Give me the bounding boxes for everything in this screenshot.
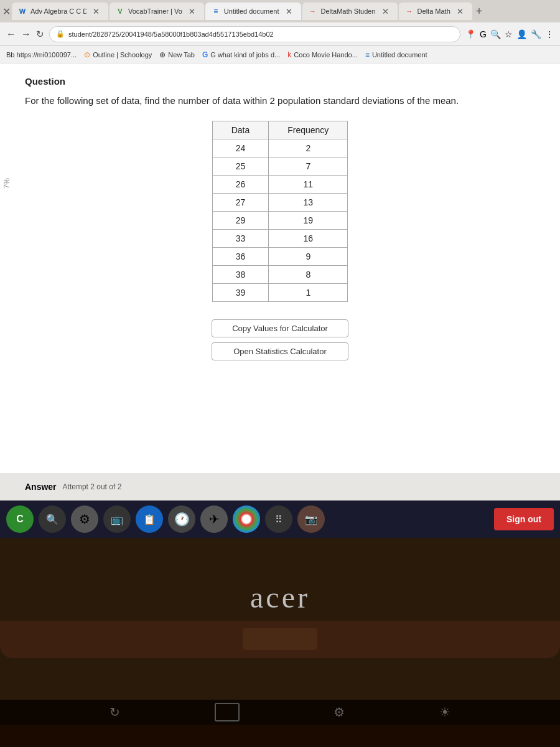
tab-close-4[interactable]: ✕ [380, 7, 391, 16]
reload-button[interactable]: ↻ [36, 29, 44, 40]
side-percentage: 7% [0, 176, 14, 191]
extension-icon[interactable]: 🔧 [531, 29, 541, 39]
freq-cell: 13 [269, 193, 348, 211]
table-row: 29 19 [212, 211, 348, 229]
bookmark-newtab[interactable]: ⊕ New Tab [159, 50, 195, 59]
forward-button[interactable]: → [21, 29, 31, 40]
col-header-data: Data [212, 121, 269, 139]
schoology-icon: ⊙ [84, 50, 90, 59]
doc-icon: ≡ [365, 50, 370, 59]
tab-close-1[interactable]: ✕ [90, 7, 102, 16]
freq-cell: 9 [269, 247, 348, 265]
browser-chrome: ✕ W Adv Algebra C C D ✕ V VocabTrainer |… [0, 0, 560, 63]
bookmark-label-1: Bb https://mi0100097... [6, 51, 77, 59]
tab-close-5[interactable]: ✕ [454, 7, 466, 16]
k-icon: k [287, 50, 291, 59]
main-content: 7% Question For the following set of dat… [0, 63, 560, 473]
data-cell: 39 [212, 283, 269, 301]
attempt-label: Attempt 2 out of 2 [63, 482, 122, 491]
data-cell: 33 [212, 229, 269, 247]
tab-close-2[interactable]: ✕ [186, 7, 198, 16]
taskbar-icon-grid[interactable]: ⠿ [265, 505, 292, 533]
bookmark-untitled[interactable]: ≡ Untitled document [365, 50, 427, 59]
freq-cell: 16 [269, 229, 348, 247]
bottom-bar: ↻ ⚙ ☀ [0, 700, 560, 725]
taskbar-icon-search[interactable]: 🔍 [39, 505, 66, 533]
tab-vocab-trainer[interactable]: V VocabTrainer | Vo ✕ [110, 2, 204, 20]
table-row: 24 2 [212, 139, 348, 157]
browser-icons: 📍 G 🔍 ☆ 👤 🔧 ⋮ [465, 29, 554, 39]
freq-cell: 1 [269, 283, 348, 301]
bookmark-label-3: New Tab [168, 51, 195, 59]
data-cell: 24 [212, 139, 269, 157]
location-icon[interactable]: 📍 [465, 29, 476, 39]
bookmarks-bar: Bb https://mi0100097... ⊙ Outline | Scho… [0, 46, 560, 63]
back-button[interactable]: ← [6, 29, 16, 40]
menu-icon[interactable]: ⋮ [545, 29, 554, 39]
freq-cell: 19 [269, 211, 348, 229]
google-icon[interactable]: G [480, 29, 487, 39]
tab-label-5: Delta Math [418, 7, 450, 15]
profile-icon[interactable]: 👤 [516, 29, 527, 39]
tab-label-1: Adv Algebra C C D [30, 7, 86, 15]
bookmark-coco[interactable]: k Coco Movie Hando... [287, 50, 358, 59]
bookmark-outline[interactable]: ⊙ Outline | Schoology [84, 50, 152, 59]
col-header-frequency: Frequency [269, 121, 348, 139]
tab-delta-math[interactable]: → Delta Math ✕ [399, 2, 472, 20]
tab-bar: ✕ W Adv Algebra C C D ✕ V VocabTrainer |… [0, 0, 560, 22]
taskbar-icon-c[interactable]: C [6, 505, 34, 533]
bookmark-jobs[interactable]: G G what kind of jobs d... [202, 50, 280, 59]
copy-values-button[interactable]: Copy Values for Calculator [212, 319, 348, 337]
taskbar-icon-arrow[interactable]: ✈ [200, 505, 228, 533]
tab-deltamath-student[interactable]: → DeltaMath Studen ✕ [302, 2, 398, 20]
taskbar-icon-docs[interactable]: 📋 [136, 505, 163, 533]
table-row: 25 7 [212, 157, 348, 175]
bookmark-bb[interactable]: Bb https://mi0100097... [6, 51, 77, 59]
tab-label-2: VocabTrainer | Vo [128, 7, 182, 15]
taskbar-icon-apps[interactable]: ⚙ [71, 505, 98, 533]
tab-favicon-1: W [18, 7, 27, 16]
address-input[interactable]: 🔒 student/2828725/20041948/5a58000f1b803… [49, 26, 460, 42]
taskbar: C 🔍 ⚙ 📺 📋 🕐 ✈ ⠿ 📷 Sign out [0, 500, 560, 538]
search-icon[interactable]: 🔍 [490, 29, 501, 39]
tab-adv-algebra[interactable]: W Adv Algebra C C D ✕ [12, 2, 108, 20]
table-row: 27 13 [212, 193, 348, 211]
google-bookmark-icon: G [202, 50, 208, 59]
taskbar-icon-chrome[interactable] [233, 505, 260, 533]
freq-cell: 8 [269, 265, 348, 283]
lock-icon: 🔒 [56, 30, 65, 38]
tab-favicon-4: → [309, 7, 317, 16]
settings-gear-icon[interactable]: ⚙ [334, 705, 345, 720]
taskbar-icon-display[interactable]: 📺 [103, 505, 131, 533]
trackpad[interactable] [243, 628, 317, 650]
sun-icon[interactable]: ☀ [439, 705, 450, 720]
table-row: 33 16 [212, 229, 348, 247]
data-cell: 29 [212, 211, 269, 229]
freq-cell: 2 [269, 139, 348, 157]
frequency-table: Data Frequency 24 2 25 7 26 11 27 [212, 121, 348, 302]
star-icon[interactable]: ☆ [505, 29, 513, 39]
tab-untitled-doc[interactable]: ≡ Untitled document ✕ [205, 2, 301, 20]
data-cell: 38 [212, 265, 269, 283]
refresh-icon[interactable]: ↻ [110, 705, 120, 720]
tab-close-3[interactable]: ✕ [283, 7, 295, 16]
keyboard-area [0, 621, 560, 658]
answer-label: Answer [25, 482, 57, 492]
taskbar-icon-clock[interactable]: 🕐 [168, 505, 195, 533]
bookmark-label-2: Outline | Schoology [93, 51, 152, 59]
taskbar-icon-photo[interactable]: 📷 [297, 505, 325, 533]
tab-label-3: Untitled document [224, 7, 279, 15]
table-row: 38 8 [212, 265, 348, 283]
freq-cell: 11 [269, 175, 348, 193]
question-text: For the following set of data, find the … [25, 94, 535, 108]
bookmark-label-6: Untitled document [372, 51, 427, 59]
data-cell: 26 [212, 175, 269, 193]
data-cell: 25 [212, 157, 269, 175]
open-calculator-button[interactable]: Open Statistics Calculator [212, 342, 348, 360]
new-tab-button[interactable]: + [476, 5, 483, 18]
table-row: 36 9 [212, 247, 348, 265]
window-icon[interactable] [215, 703, 240, 721]
close-x-icon[interactable]: ✕ [2, 6, 11, 17]
address-text: student/2828725/20041948/5a58000f1b803ad… [68, 31, 274, 38]
sign-out-button[interactable]: Sign out [494, 508, 554, 530]
